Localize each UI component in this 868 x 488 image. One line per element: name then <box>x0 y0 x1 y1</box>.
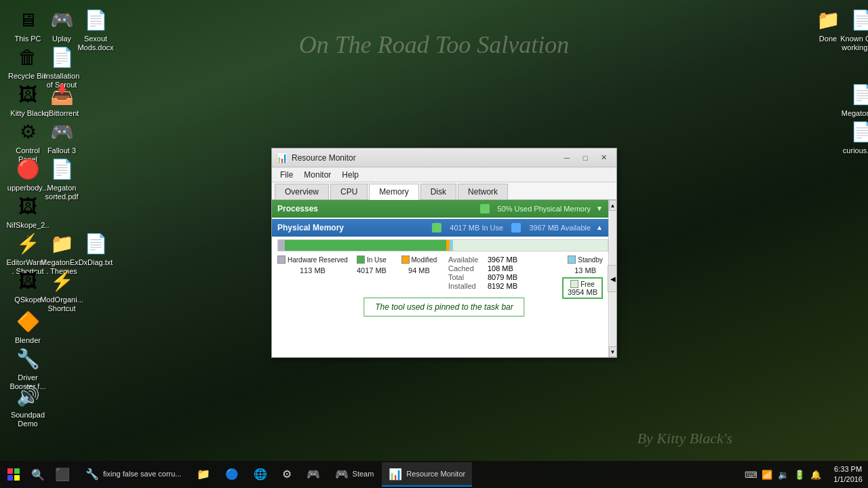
stat-installed: 8192 MB <box>488 282 517 290</box>
modified-value: 94 MB <box>408 266 430 274</box>
menu-monitor[interactable]: Monitor <box>298 169 336 181</box>
resource-monitor-window: 📊 Resource Monitor ─ □ ✕ File Monitor He… <box>271 148 617 358</box>
nifskope-icon: 🖼 <box>14 192 41 220</box>
standby-label: Standby <box>578 256 603 264</box>
processes-section-header[interactable]: Processes 50% Used Physical Memory ▼ <box>272 200 608 218</box>
qbittorrent-icon: 📥 <box>48 81 75 108</box>
tab-disk[interactable]: Disk <box>420 184 456 199</box>
megaton-sorted-icon: 📄 <box>48 155 75 182</box>
stat-available: 3967 MB <box>488 256 517 264</box>
desktop-icon-known-good[interactable]: 📄Known Good working m... <box>837 3 868 55</box>
taskbar-app-icon-7: 📊 <box>389 468 402 481</box>
soundpad-demo-label: Soundpad Demo <box>6 411 50 428</box>
svg-rect-1 <box>14 468 20 474</box>
desktop: On The Road Too Salvation By Kitty Black… <box>0 0 868 488</box>
blender-icon: 🔶 <box>14 308 41 335</box>
fallout3-icon: 🎮 <box>48 118 75 145</box>
tab-memory[interactable]: Memory <box>369 184 418 200</box>
taskbar-tray: ⌨ 📶 🔉 🔋 🔔 <box>738 461 828 488</box>
tray-notification[interactable]: 🔔 <box>809 461 823 488</box>
taskbar-app-0[interactable]: 🔧fixing false save corru... <box>79 462 189 487</box>
tray-network[interactable]: 📶 <box>760 461 774 488</box>
scrollbar-up[interactable]: ▲ <box>609 200 617 211</box>
free-swatch <box>570 280 578 288</box>
dxdiag-icon: 📄 <box>82 230 109 257</box>
tab-cpu[interactable]: CPU <box>330 184 368 199</box>
free-box: Free 3954 MB <box>562 277 603 299</box>
task-view-button[interactable]: ⬛ <box>49 461 76 488</box>
menu-help[interactable]: Help <box>336 169 364 181</box>
sexout-mods-icon: 📄 <box>82 6 109 33</box>
taskbar-app-label-6: Steam <box>353 470 374 478</box>
available-badge: 3967 MB Available <box>529 224 591 232</box>
tab-network[interactable]: Network <box>458 184 508 199</box>
search-button[interactable]: 🔍 <box>27 461 49 488</box>
taskbar-clock[interactable]: 6:33 PM 1/1/2016 <box>828 461 868 488</box>
memory-bar <box>277 239 608 251</box>
taskbar-app-3[interactable]: 🌐 <box>247 462 274 487</box>
hw-value: 113 MB <box>300 266 326 274</box>
inuse-badge: 4017 MB In Use <box>450 224 503 232</box>
desktop-icon-qbittorrent[interactable]: 📥qBittorrent <box>37 78 86 121</box>
legend-hw: Hardware Reserved 113 MB <box>277 256 348 299</box>
legend-standby-free: Standby 13 MB Free 3954 MB <box>562 256 603 299</box>
taskbar-app-icon-4: ⚙ <box>282 468 292 481</box>
inuse-value: 4017 MB <box>357 266 387 274</box>
desktop-icon-fallout3[interactable]: 🎮Fallout 3 <box>37 115 86 158</box>
curious-esp-label: curious.esp <box>843 146 868 155</box>
curious-esp-icon: 📄 <box>848 118 868 145</box>
window-body: Processes 50% Used Physical Memory ▼ Phy… <box>272 200 616 357</box>
stat-cached: 108 MB <box>488 264 513 272</box>
svg-rect-0 <box>7 468 13 474</box>
menu-file[interactable]: File <box>275 169 298 181</box>
tray-keyboard[interactable]: ⌨ <box>744 461 757 488</box>
start-button[interactable] <box>0 461 27 488</box>
hw-swatch <box>277 256 285 264</box>
tray-battery[interactable]: 🔋 <box>793 461 806 488</box>
memory-bar-inuse <box>285 240 446 251</box>
desktop-icon-curious-esp[interactable]: 📄curious.esp <box>837 115 868 158</box>
physical-memory-chevron: ▲ <box>596 224 603 231</box>
physical-memory-section-header[interactable]: Physical Memory 4017 MB In Use 3967 MB A… <box>272 219 608 237</box>
memory-bar-free <box>453 240 608 251</box>
taskbar-app-7[interactable]: 📊Resource Monitor <box>382 462 472 487</box>
clock-time: 6:33 PM <box>834 464 862 474</box>
modorgani-icon: ⚡ <box>48 267 75 294</box>
taskbar-app-icon-1: 📁 <box>197 468 210 481</box>
taskbar-app-icon-3: 🌐 <box>254 468 267 481</box>
desktop-icon-dxdiag[interactable]: 📄DxDiag.txt <box>71 227 120 270</box>
desktop-icon-soundpad-demo[interactable]: 🔊Soundpad Demo <box>3 380 52 431</box>
svg-rect-2 <box>7 475 13 481</box>
taskbar-app-4[interactable]: ⚙ <box>275 462 298 487</box>
taskbar-app-6[interactable]: 🎮Steam <box>328 462 381 487</box>
window-app-icon: 📊 <box>276 152 288 163</box>
processes-title: Processes <box>277 204 475 214</box>
tab-overview[interactable]: Overview <box>275 184 329 199</box>
close-button[interactable]: ✕ <box>595 151 612 165</box>
tray-volume[interactable]: 🔉 <box>776 461 790 488</box>
minimize-button[interactable]: ─ <box>558 151 576 165</box>
taskbar-app-icon-2: 🔵 <box>225 468 239 481</box>
processes-chevron: ▼ <box>596 205 603 212</box>
taskbar-app-icon-0: 🔧 <box>85 468 99 481</box>
memory-stats: Available3967 MB Cached108 MB Total8079 … <box>443 256 562 299</box>
taskbar-apps: 🔧fixing false save corru...📁🔵🌐⚙🎮🎮Steam📊R… <box>76 461 738 488</box>
known-good-label: Known Good working m... <box>840 35 868 52</box>
taskbar-app-label-7: Resource Monitor <box>406 470 465 478</box>
processes-badge: 50% Used Physical Memory <box>498 205 591 213</box>
taskbar-app-1[interactable]: 📁 <box>190 462 217 487</box>
clock-date: 1/1/2016 <box>833 474 863 485</box>
tooltip-box: The tool used is pinned to the task bar <box>363 298 524 317</box>
legend-standby: Standby 13 MB <box>568 256 603 274</box>
taskbar-app-label-0: fixing false save corru... <box>103 470 182 478</box>
megatonton-icon: 📄 <box>848 81 868 108</box>
desktop-icon-megatonton[interactable]: 📄MegatonTon <box>837 78 868 121</box>
legend-modified: Modified 94 MB <box>395 256 443 299</box>
maximize-button[interactable]: □ <box>576 151 594 165</box>
desktop-icon-blender[interactable]: 🔶Blender <box>3 305 52 348</box>
taskbar-app-5[interactable]: 🎮 <box>300 462 327 487</box>
taskbar-app-2[interactable]: 🔵 <box>218 462 245 487</box>
known-good-icon: 📄 <box>848 6 868 33</box>
scrollbar-down[interactable]: ▼ <box>609 346 617 357</box>
side-arrow[interactable]: ◀ <box>608 265 616 292</box>
